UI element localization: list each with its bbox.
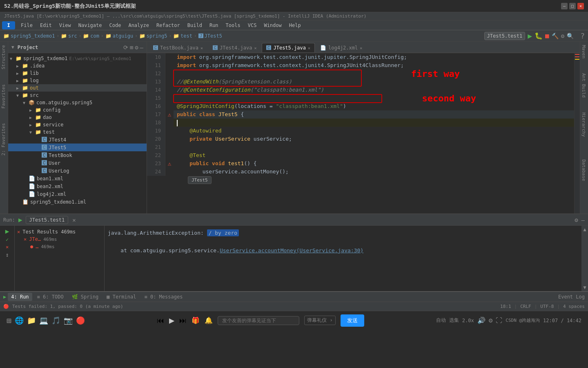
menu-vcs[interactable]: VCS [245, 22, 260, 29]
indent-info[interactable]: 4 spaces [563, 304, 585, 309]
debug-button[interactable]: 🐛 [535, 32, 543, 40]
menu-help[interactable]: Help [286, 22, 304, 29]
favorites-panel-label[interactable]: Favorites [0, 81, 7, 112]
tab-terminal[interactable]: ▦ Terminal [103, 293, 139, 301]
tree-root[interactable]: ▼ 📁 spring5_txdemo1 E:\work\spring5_txde… [8, 55, 147, 62]
danmu-etiquette-btn[interactable]: 弹幕礼仪 › [304, 316, 335, 325]
tree-iml[interactable]: ▶ 📋 spring5_txdemo1.iml [8, 198, 147, 206]
tree-service[interactable]: ▶ 📁 service [8, 121, 147, 128]
menu-run[interactable]: Run [206, 22, 222, 29]
tree-out[interactable]: ▶ 📁 out [8, 84, 147, 92]
tab-run[interactable]: 4: Run [8, 293, 32, 301]
zoom-level[interactable]: 2.0x [462, 318, 474, 323]
collapse-icon[interactable]: ⊞ [130, 44, 133, 51]
menu-navigate[interactable]: Navigate [75, 22, 105, 29]
run-check-btn[interactable]: ✓ [6, 237, 9, 242]
database-panel-label[interactable]: Database [580, 156, 587, 184]
ant-build-panel-label[interactable]: Ant Build [580, 70, 587, 101]
tab-messages[interactable]: ≡ 0: Messages [141, 293, 186, 301]
hierarchy-panel-label[interactable]: Hierarchy [580, 109, 587, 140]
browser-icon[interactable]: 🌐 [15, 316, 24, 325]
run-button[interactable]: ▶ [528, 31, 532, 40]
test-root-node[interactable]: ✕ Test Results 469ms [17, 228, 102, 236]
record-icon[interactable]: 🔴 [76, 316, 85, 325]
menu-analyze[interactable]: Analyze [125, 22, 152, 29]
menu-refactor[interactable]: Refactor [153, 22, 183, 29]
gift-icon[interactable]: 🎁 [192, 316, 200, 324]
tab-jtest4[interactable]: 🅲 JTest4.java ✕ [208, 43, 261, 52]
tree-jtest5[interactable]: ▶ 🅲 JTest5 [8, 144, 147, 151]
help-question-icon[interactable]: ? [577, 31, 588, 40]
tree-dao[interactable]: ▶ 📁 dao [8, 114, 147, 121]
menu-window[interactable]: Window [261, 22, 285, 29]
run-panel-min[interactable]: — [581, 217, 585, 223]
tree-lib[interactable]: ▶ 📁 lib [8, 70, 147, 77]
log4j2-tab-close[interactable]: ✕ [360, 46, 362, 50]
tree-bean1[interactable]: ▶ 📄 bean1.xml [8, 175, 147, 182]
scroll-up-btn[interactable]: ▲ [583, 227, 586, 232]
testbook-tab-close[interactable]: ✕ [200, 46, 203, 50]
test-jte-node[interactable]: ✕ JTe… 469ms [24, 236, 102, 243]
breadcrumb-atguigu[interactable]: 📁 atguigu [105, 33, 134, 39]
structure-panel-label[interactable]: Structure [0, 42, 7, 73]
tree-package[interactable]: ▼ 📦 com.atguigu.spring5 [8, 99, 147, 106]
settings-icon[interactable]: ⚙ [561, 33, 564, 39]
breadcrumb-jtest5[interactable]: 🅹 JTest5 [198, 33, 222, 39]
event-log-link[interactable]: Event Log [558, 294, 585, 300]
line-ending[interactable]: CRLF [520, 304, 531, 309]
bell-icon[interactable]: 🔔 [205, 316, 213, 324]
breadcrumb-test[interactable]: 📁 test [173, 33, 192, 39]
menu-view[interactable]: View [56, 22, 74, 29]
windows-start-icon[interactable]: ⊞ [7, 316, 11, 325]
menu-tools[interactable]: Tools [223, 22, 244, 29]
close-panel-icon[interactable]: — [140, 44, 143, 51]
favorites2-panel-label[interactable]: 2: Favorites [0, 120, 7, 159]
run-sort-btn[interactable]: ↕ [5, 251, 9, 258]
menu-edit[interactable]: Edit [37, 22, 55, 29]
build-button[interactable]: 🔨 [552, 33, 559, 39]
tree-idea[interactable]: ▶ 📁 .idea [8, 62, 147, 70]
settings-panel-icon[interactable]: ⚙ [135, 44, 138, 51]
tree-log[interactable]: ▶ 📁 log [8, 77, 147, 84]
search-button[interactable]: 🔍 [567, 33, 574, 39]
run-play-btn[interactable]: ▶ [18, 216, 22, 224]
tree-log4j2[interactable]: ▶ 📄 log4j2.xml [8, 190, 147, 198]
tab-testbook[interactable]: 🅲 TestBook.java ✕ [149, 43, 207, 52]
breadcrumb-com[interactable]: 📁 com [83, 33, 99, 39]
jtest5-tab-close[interactable]: ✕ [308, 46, 310, 50]
minimize-button[interactable]: — [561, 3, 568, 9]
test-leaf-node[interactable]: ● … 469ms [30, 243, 102, 250]
run-config-close[interactable]: ✕ [72, 217, 76, 223]
code-editor[interactable]: 10 import org.springframework.test.conte… [147, 53, 574, 213]
maven-panel-label[interactable]: Maven [580, 42, 587, 62]
scroll-down-btn[interactable]: ▼ [583, 285, 586, 290]
tab-log4j2[interactable]: 📄 log4j2.xml ✕ [316, 43, 367, 52]
stack-trace-link[interactable]: UserService.accountMoney(UserService.jav… [220, 247, 363, 254]
music-icon[interactable]: 🎵 [51, 316, 60, 325]
danmu-input[interactable] [218, 316, 299, 325]
tree-bean2[interactable]: ▶ 📄 bean2.xml [8, 182, 147, 190]
tree-testbook[interactable]: ▶ 🅲 TestBook [8, 151, 147, 159]
encoding-status[interactable]: UTF-8 [540, 304, 554, 309]
breadcrumb-spring5[interactable]: 📁 spring5 [139, 33, 167, 39]
camera-icon[interactable]: 📷 [64, 316, 73, 325]
run-x-btn[interactable]: ✕ [6, 244, 9, 250]
prev-btn[interactable]: ⏮ [157, 316, 164, 325]
breadcrumb-src[interactable]: 📁 src [61, 33, 77, 39]
cursor-position[interactable]: 18:1 [500, 304, 511, 309]
breadcrumb-root[interactable]: 📁 spring5_txdemo1 [3, 33, 55, 39]
menu-file[interactable]: File [18, 22, 36, 29]
settings-stream-icon[interactable]: ⚙ [489, 316, 493, 324]
tab-spring[interactable]: 🌿 Spring [69, 293, 102, 301]
tree-config[interactable]: ▶ 📁 config [8, 106, 147, 114]
sync-icon[interactable]: ⟳ [123, 44, 128, 51]
computer-icon[interactable]: 💻 [39, 316, 48, 325]
run-config-display[interactable]: JTest5.test1 [26, 216, 69, 224]
volume-icon[interactable]: 🔊 [477, 316, 486, 324]
send-button[interactable]: 发送 [341, 314, 364, 327]
select-btn[interactable]: 选集 [449, 317, 459, 324]
tree-userlog[interactable]: ▶ 🅲 UserLog [8, 167, 147, 175]
logo-icon[interactable]: I [2, 21, 15, 29]
tree-src[interactable]: ▼ 📁 src [8, 92, 147, 99]
maximize-button[interactable]: □ [569, 3, 576, 9]
